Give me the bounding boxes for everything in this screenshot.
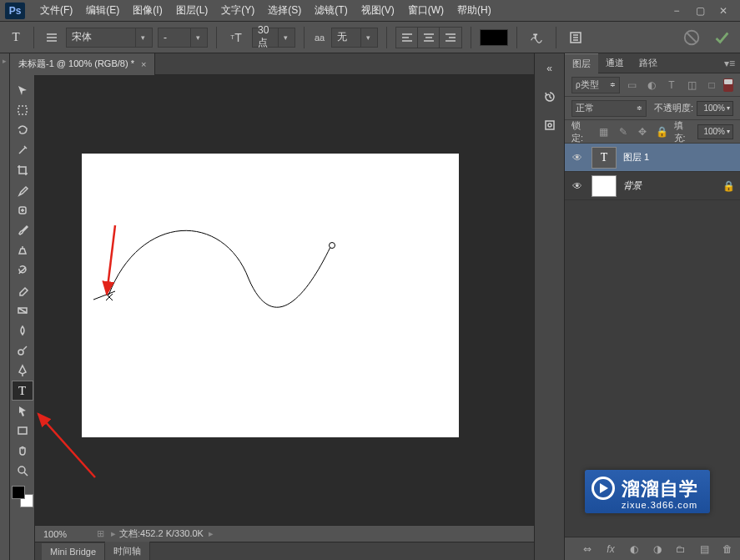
antialias-label: aa (313, 33, 326, 43)
adjustment-layer-icon[interactable]: ◑ (650, 542, 665, 557)
font-size-select[interactable]: 30点 ▾ (252, 28, 295, 48)
link-layers-icon[interactable]: ⇔ (580, 542, 595, 557)
layer-name[interactable]: 图层 1 (623, 151, 649, 164)
mini-bridge-tab[interactable]: Mini Bridge (42, 543, 105, 560)
lock-pixels-icon[interactable]: ✎ (615, 124, 632, 140)
close-tab-icon[interactable]: × (141, 59, 146, 69)
magic-wand-tool[interactable] (12, 140, 33, 160)
lock-transparent-icon[interactable]: ▦ (595, 124, 612, 140)
menu-edit[interactable]: 编辑(E) (79, 0, 126, 21)
cancel-edit-button[interactable] (680, 26, 703, 49)
filter-toggle-switch[interactable] (723, 78, 733, 92)
channels-tab[interactable]: 通道 (598, 53, 632, 73)
eraser-tool[interactable] (12, 280, 33, 300)
visibility-toggle-icon[interactable]: 👁 (570, 180, 585, 192)
filter-type-icon[interactable]: T (663, 77, 680, 93)
history-panel-icon[interactable] (539, 87, 561, 107)
menu-view[interactable]: 视图(V) (355, 0, 401, 21)
lock-fill-row: 锁定: ▦ ✎ ✥ 🔒 填充: 100%▾ (565, 120, 740, 144)
filter-kind-select[interactable]: ρ 类型 ≑ (571, 77, 620, 93)
brush-tool[interactable] (12, 220, 33, 240)
dodge-tool[interactable] (12, 341, 33, 361)
history-brush-tool[interactable] (12, 260, 33, 280)
pen-tool[interactable] (12, 361, 33, 381)
filter-pixel-icon[interactable]: ▭ (623, 77, 640, 93)
menu-image[interactable]: 图像(I) (126, 0, 169, 21)
layer-style-icon[interactable]: fx (603, 542, 618, 557)
layer-thumbnail[interactable]: T (591, 147, 617, 169)
font-style-select[interactable]: - ▾ (158, 28, 208, 48)
character-panel-button[interactable] (565, 27, 586, 48)
layer-name[interactable]: 背景 (623, 179, 642, 192)
layer-filter-row: ρ 类型 ≑ ▭ ◐ T ◫ □ (565, 73, 740, 97)
font-size-icon: TT (225, 27, 247, 48)
zoom-tool[interactable] (12, 461, 33, 481)
panel-menu-icon[interactable]: ▾≡ (719, 58, 740, 69)
visibility-toggle-icon[interactable]: 👁 (570, 152, 585, 164)
rectangle-tool[interactable] (12, 421, 33, 441)
clone-stamp-tool[interactable] (12, 240, 33, 260)
lock-position-icon[interactable]: ✥ (634, 124, 651, 140)
layers-tab[interactable]: 图层 (565, 53, 598, 73)
antialias-select[interactable]: 无 ▾ (331, 28, 378, 48)
left-dock-strip[interactable]: ▸ (0, 53, 10, 560)
align-left-button[interactable] (396, 28, 418, 48)
font-size-value: 30点 (258, 24, 278, 50)
collapse-panels-icon[interactable]: « (539, 58, 561, 78)
crop-tool[interactable] (12, 160, 33, 180)
menu-filter[interactable]: 滤镜(T) (308, 0, 354, 21)
delete-layer-icon[interactable]: 🗑 (720, 542, 735, 557)
menu-file[interactable]: 文件(F) (33, 0, 79, 21)
foreground-color-swatch[interactable] (12, 486, 25, 499)
menu-help[interactable]: 帮助(H) (451, 0, 498, 21)
healing-brush-tool[interactable] (12, 200, 33, 220)
move-tool[interactable] (12, 80, 33, 100)
layer-row[interactable]: 👁 T 图层 1 (565, 144, 740, 172)
font-family-select[interactable]: 宋体 ▾ (66, 28, 153, 48)
tool-preset-picker[interactable]: T (7, 28, 25, 47)
opacity-input[interactable]: 100%▾ (697, 101, 733, 116)
warp-text-button[interactable]: T (526, 27, 547, 48)
properties-panel-icon[interactable] (539, 115, 561, 135)
window-close-button[interactable]: ✕ (712, 3, 735, 19)
toolbox: T (10, 75, 35, 560)
timeline-tab[interactable]: 时间轴 (105, 542, 150, 560)
type-tool[interactable]: T (12, 381, 33, 401)
new-layer-icon[interactable]: ▤ (697, 542, 712, 557)
layer-mask-icon[interactable]: ◐ (627, 542, 642, 557)
foreground-background-color[interactable] (12, 486, 33, 507)
align-center-button[interactable] (418, 28, 440, 48)
layer-row[interactable]: 👁 背景 🔒 (565, 172, 740, 200)
window-maximize-button[interactable]: ▢ (688, 3, 712, 19)
status-menu-icon[interactable]: ▸ (209, 528, 214, 539)
marquee-tool[interactable] (12, 100, 33, 120)
filter-shape-icon[interactable]: ◫ (683, 77, 700, 93)
fill-input[interactable]: 100%▾ (697, 124, 733, 139)
status-expand-icon[interactable]: ⊞ (93, 528, 108, 539)
document-tab[interactable]: 未标题-1 @ 100% (RGB/8) * × (10, 53, 155, 75)
blend-mode-select[interactable]: 正常≑ (571, 100, 647, 117)
layer-thumbnail[interactable] (591, 175, 617, 197)
menu-type[interactable]: 文字(Y) (214, 0, 261, 21)
group-icon[interactable]: 🗀 (673, 542, 688, 557)
text-orientation-toggle[interactable] (43, 28, 61, 47)
path-selection-tool[interactable] (12, 401, 33, 421)
filter-smart-icon[interactable]: □ (703, 77, 720, 93)
window-minimize-button[interactable]: − (665, 3, 688, 19)
lasso-tool[interactable] (12, 120, 33, 140)
menu-layer[interactable]: 图层(L) (169, 0, 215, 21)
commit-edit-button[interactable] (710, 26, 733, 49)
menu-window[interactable]: 窗口(W) (401, 0, 451, 21)
zoom-level[interactable]: 100% (35, 529, 93, 539)
filter-adjust-icon[interactable]: ◐ (643, 77, 660, 93)
gradient-tool[interactable] (12, 300, 33, 320)
eyedropper-tool[interactable] (12, 180, 33, 200)
blur-tool[interactable] (12, 320, 33, 341)
hand-tool[interactable] (12, 441, 33, 461)
canvas[interactable] (82, 154, 459, 437)
lock-all-icon[interactable]: 🔒 (654, 124, 671, 140)
align-right-button[interactable] (440, 28, 461, 48)
text-color-swatch[interactable] (480, 29, 508, 46)
menu-select[interactable]: 选择(S) (261, 0, 308, 21)
paths-tab[interactable]: 路径 (632, 53, 665, 73)
